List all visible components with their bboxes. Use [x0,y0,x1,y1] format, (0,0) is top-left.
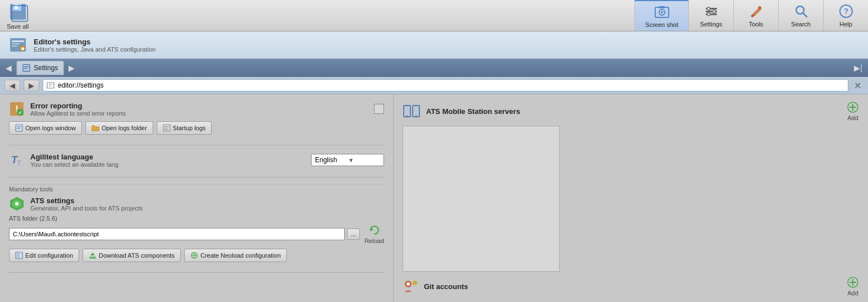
svg-point-14 [707,13,710,16]
back-button[interactable]: ◀ [4,80,20,91]
language-select[interactable]: English ▼ [311,154,384,166]
download-ats-components-button[interactable]: Download ATS components [83,249,181,262]
section-header-text: Editor's settings Editor's settings, Jav… [34,38,156,53]
create-neoload-button[interactable]: Create Neoload configuration [184,249,287,262]
download-icon [89,251,97,259]
reload-button[interactable]: Reload [364,224,384,244]
create-neoload-label: Create Neoload configuration [200,252,281,259]
agilitest-language-section: T T Agilitest language You can select an… [9,152,384,177]
right-panel: ATS Mobile Station servers Add Git ac [393,94,868,302]
ats-mobile-icon [403,103,421,119]
svg-point-61 [406,115,408,116]
help-label: Help [839,21,852,28]
ats-settings-title: ATS settings [30,196,143,205]
editor-settings-icon: ✱ [9,36,27,54]
svg-point-15 [758,6,761,10]
svg-point-48 [15,202,19,205]
settings-button[interactable]: Settings [688,0,733,31]
save-all-label: Save all [7,23,29,30]
help-button[interactable]: ? Help [823,0,868,31]
error-reporting-icon: ! ✓ [9,101,25,117]
left-panel: ! ✓ Error reporting Allow Agilitest to s… [0,94,393,302]
open-logs-folder-button[interactable]: Open logs folder [85,121,153,135]
search-label: Search [791,21,811,28]
edit-configuration-button[interactable]: Edit configuration [9,249,79,262]
settings-icon [703,3,719,19]
logs-folder-icon [92,124,99,132]
svg-rect-38 [17,126,21,127]
folder-browse-button[interactable]: ... [347,228,360,240]
svg-text:✓: ✓ [18,110,22,116]
edit-configuration-label: Edit configuration [25,252,73,259]
git-accounts-add-button[interactable]: Add [847,276,859,296]
address-bar: ◀ ▶ ✕ [0,77,868,94]
error-reporting-description: Allow Agilitest to send error reports [30,110,126,117]
error-reporting-title: Error reporting [30,102,126,110]
svg-point-69 [406,282,410,286]
log-buttons-row: Open logs window Open logs folder S [9,121,384,135]
help-icon: ? [838,3,854,19]
tools-button[interactable]: Tools [733,0,778,31]
svg-rect-42 [165,128,167,129]
tab-prev-button[interactable]: ◀ [2,59,15,77]
ats-mobile-add-button[interactable]: Add [847,101,859,121]
svg-line-18 [803,13,807,17]
search-button[interactable]: Search [778,0,823,31]
svg-rect-28 [24,66,29,67]
tab-settings[interactable]: Settings [16,61,64,75]
forward-button[interactable]: ▶ [24,80,39,91]
language-dropdown-arrow: ▼ [348,157,354,163]
open-logs-window-button[interactable]: Open logs window [9,121,82,135]
language-description: You can select an available lang [30,161,118,168]
save-all-icon [8,2,28,22]
address-icon [47,81,54,89]
git-accounts-row: Git accounts Add [403,276,859,296]
add-server-label: Add [847,115,858,121]
svg-point-64 [415,115,417,116]
svg-text:✱: ✱ [21,47,25,52]
logs-window-icon [15,124,23,132]
error-reporting-text: Error reporting Allow Agilitest to send … [30,102,126,117]
error-reporting-checkbox[interactable] [374,104,384,114]
svg-text:T: T [17,159,22,167]
ats-folder-input[interactable] [9,228,345,240]
svg-marker-55 [90,253,95,255]
open-logs-folder-label: Open logs folder [102,125,147,131]
svg-rect-16 [751,13,755,17]
svg-rect-2 [15,4,18,9]
git-accounts-title: Git accounts [424,282,468,291]
error-reporting-section: ! ✓ Error reporting Allow Agilitest to s… [9,101,384,145]
section-header: ✱ Editor's settings Editor's settings, J… [0,31,868,59]
main-toolbar: Save all Screen shot [0,0,868,31]
svg-rect-41 [165,126,169,127]
startup-logs-button[interactable]: Startup logs [157,121,212,135]
address-close-button[interactable]: ✕ [852,80,864,91]
svg-rect-24 [12,45,17,47]
save-all-button[interactable]: Save all [7,2,29,30]
svg-rect-60 [404,107,410,115]
ats-mobile-server-title: ATS Mobile Station servers [426,107,520,116]
svg-point-70 [413,281,417,285]
url-input[interactable] [58,81,844,89]
ats-settings-icon [9,196,25,212]
tab-end-button[interactable]: ▶| [851,59,866,77]
ats-folder-label: ATS folder (2.5.6) [9,215,384,222]
screenshot-label: Screen shot [645,21,678,28]
screenshot-button[interactable]: Screen shot [634,0,688,31]
add-git-label: Add [847,290,858,296]
svg-rect-39 [17,128,20,129]
neoload-icon [190,251,198,259]
ats-settings-section: ATS settings Generator, API and tools fo… [9,196,384,273]
tab-settings-icon [22,64,30,72]
settings-label: Settings [700,21,723,28]
startup-logs-icon [163,124,171,132]
svg-rect-43 [165,129,168,130]
main-content: ! ✓ Error reporting Allow Agilitest to s… [0,94,868,302]
language-text: Agilitest language You can select an ava… [30,153,118,168]
tab-next-button[interactable]: ▶ [65,59,78,77]
language-title: Agilitest language [30,153,118,161]
ats-folder-row: ... Reload [9,224,384,244]
section-title: Editor's settings [34,38,156,46]
ats-server-list [403,126,560,272]
download-ats-label: Download ATS components [99,252,175,259]
